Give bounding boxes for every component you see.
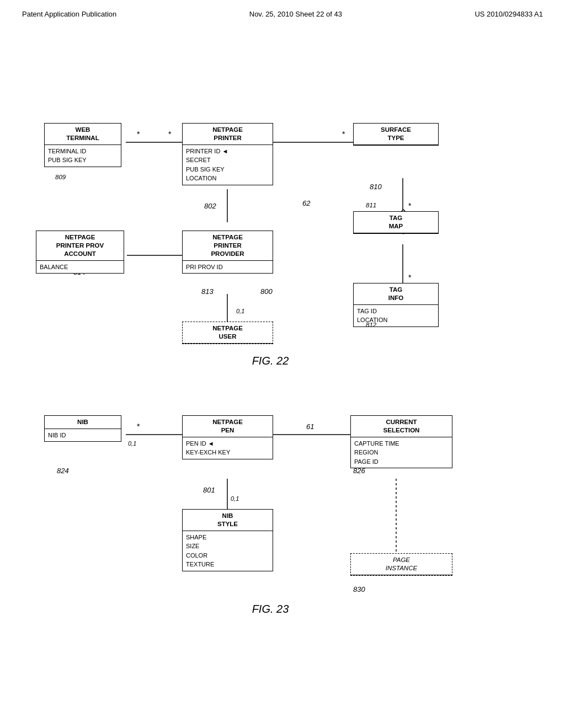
svg-text:813: 813 xyxy=(201,287,214,296)
svg-text:800: 800 xyxy=(260,287,273,296)
nib-box: NIB NIB ID xyxy=(44,415,121,442)
svg-text:*: * xyxy=(408,273,412,282)
tag-map-title: TAGMAP xyxy=(354,212,438,233)
surface-type-box: SURFACETYPE xyxy=(353,123,439,146)
surface-type-title: SURFACETYPE xyxy=(354,124,438,145)
netpage-printer-provider-title: NETPAGEPRINTERPROVIDER xyxy=(183,231,273,261)
svg-text:*: * xyxy=(137,422,140,431)
web-terminal-box: WEBTERMINAL TERMINAL ID PUB SIG KEY xyxy=(44,123,121,167)
web-terminal-title: WEBTERMINAL xyxy=(45,124,121,145)
current-selection-title: CURRENTSELECTION xyxy=(351,416,452,437)
netpage-user-box: NETPAGEUSER xyxy=(182,322,273,344)
tag-info-title: TAGINFO xyxy=(354,283,438,305)
tag-info-box: TAGINFO TAG ID LOCATION xyxy=(353,283,439,327)
svg-text:801: 801 xyxy=(203,486,215,494)
netpage-printer-attrs: PRINTER ID ◄ SECRET PUB SIG KEY LOCATION xyxy=(183,145,273,185)
page-instance-box: PAGEINSTANCE xyxy=(350,553,452,576)
netpage-printer-prov-account-box: NETPAGEPRINTER PROVACCOUNT BALANCE xyxy=(36,231,124,274)
label-811: 811 xyxy=(366,202,376,208)
page-instance-title: PAGEINSTANCE xyxy=(351,554,452,575)
netpage-printer-prov-account-attrs: BALANCE xyxy=(36,261,124,274)
fig22-caption: FIG. 22 xyxy=(215,355,326,367)
svg-text:830: 830 xyxy=(353,585,365,593)
svg-text:*: * xyxy=(137,130,140,138)
nib-title: NIB xyxy=(45,416,121,429)
svg-text:824: 824 xyxy=(57,467,69,475)
netpage-printer-prov-account-title: NETPAGEPRINTER PROVACCOUNT xyxy=(36,231,124,261)
svg-text:802: 802 xyxy=(204,202,216,210)
page-header: Patent Application Publication Nov. 25, … xyxy=(0,0,565,18)
web-terminal-attrs: TERMINAL ID PUB SIG KEY xyxy=(45,145,121,167)
fig22-diagram: * * * 810 * 62 * 802 813 814 800 0,1 xyxy=(0,35,565,377)
netpage-printer-title: NETPAGEPRINTER xyxy=(183,124,273,145)
fig23-caption: FIG. 23 xyxy=(215,603,326,615)
netpage-pen-attrs: PEN ID ◄ KEY-EXCH KEY xyxy=(183,437,273,459)
header-right: US 2010/0294833 A1 xyxy=(475,10,543,18)
label-809: 809 xyxy=(55,174,66,180)
svg-text:810: 810 xyxy=(370,183,382,191)
svg-text:0,1: 0,1 xyxy=(236,308,244,314)
netpage-printer-provider-attrs: PRI PROV ID xyxy=(183,261,273,274)
netpage-printer-provider-box: NETPAGEPRINTERPROVIDER PRI PROV ID xyxy=(182,231,273,274)
svg-text:0,1: 0,1 xyxy=(128,440,136,447)
current-selection-box: CURRENTSELECTION CAPTURE TIME REGION PAG… xyxy=(350,415,452,468)
page: Patent Application Publication Nov. 25, … xyxy=(0,0,565,728)
svg-text:62: 62 xyxy=(302,199,311,207)
netpage-pen-box: NETPAGEPEN PEN ID ◄ KEY-EXCH KEY xyxy=(182,415,273,459)
tag-map-box: TAGMAP xyxy=(353,211,439,234)
svg-text:0,1: 0,1 xyxy=(231,495,239,502)
svg-text:61: 61 xyxy=(306,422,314,431)
nib-attrs: NIB ID xyxy=(45,429,121,442)
netpage-pen-title: NETPAGEPEN xyxy=(183,416,273,437)
label-812: 812 xyxy=(366,322,376,328)
nib-style-title: NIBSTYLE xyxy=(183,510,273,531)
current-selection-attrs: CAPTURE TIME REGION PAGE ID xyxy=(351,437,452,468)
fig23-diagram: * 61 0,1 0,1 824 801 825 826 830 xyxy=(0,382,565,636)
svg-text:*: * xyxy=(342,130,345,138)
nib-style-box: NIBSTYLE SHAPE SIZE COLOR TEXTURE xyxy=(182,509,273,571)
nib-style-attrs: SHAPE SIZE COLOR TEXTURE xyxy=(183,531,273,571)
fig22-connectors: * * * 810 * 62 * 802 813 814 800 0,1 xyxy=(0,35,565,377)
netpage-printer-box: NETPAGEPRINTER PRINTER ID ◄ SECRET PUB S… xyxy=(182,123,273,185)
header-middle: Nov. 25, 2010 Sheet 22 of 43 xyxy=(249,10,342,18)
svg-text:*: * xyxy=(168,130,172,138)
header-left: Patent Application Publication xyxy=(22,10,116,18)
netpage-user-title: NETPAGEUSER xyxy=(183,322,273,344)
